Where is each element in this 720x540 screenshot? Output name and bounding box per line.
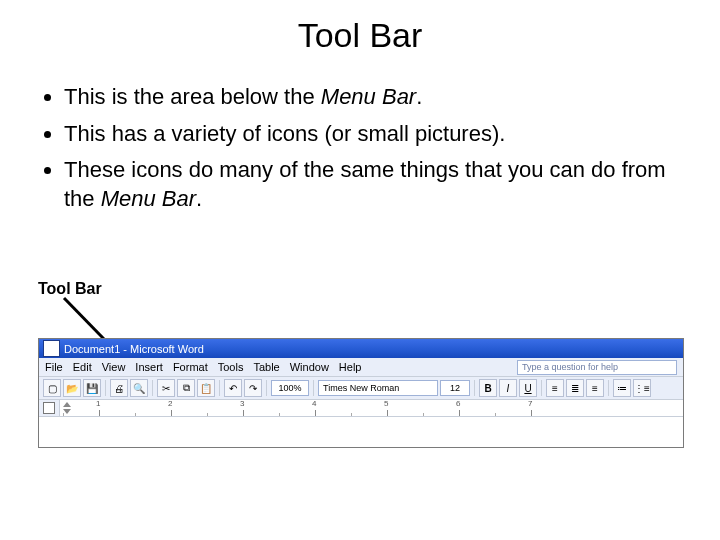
separator — [608, 380, 609, 396]
ruler-tab-selector[interactable] — [39, 400, 60, 416]
separator — [105, 380, 106, 396]
separator — [266, 380, 267, 396]
bullet-item: These icons do many of the same things t… — [64, 156, 684, 213]
toolbar-callout-label: Tool Bar — [38, 280, 102, 298]
new-doc-icon[interactable]: ▢ — [43, 379, 61, 397]
font-size-select[interactable]: 12 — [440, 380, 470, 396]
menu-insert[interactable]: Insert — [135, 361, 163, 373]
menu-view[interactable]: View — [102, 361, 126, 373]
word-window: Document1 - Microsoft Word File Edit Vie… — [38, 338, 684, 448]
italic-button[interactable]: I — [499, 379, 517, 397]
undo-icon[interactable]: ↶ — [224, 379, 242, 397]
word-titlebar: Document1 - Microsoft Word — [39, 339, 683, 358]
first-line-indent-icon[interactable] — [63, 402, 71, 407]
menu-tools[interactable]: Tools — [218, 361, 244, 373]
menu-window[interactable]: Window — [290, 361, 329, 373]
menu-format[interactable]: Format — [173, 361, 208, 373]
menu-help[interactable]: Help — [339, 361, 362, 373]
print-preview-icon[interactable]: 🔍 — [130, 379, 148, 397]
align-center-icon[interactable]: ≣ — [566, 379, 584, 397]
redo-icon[interactable]: ↷ — [244, 379, 262, 397]
menu-file[interactable]: File — [45, 361, 63, 373]
font-select[interactable]: Times New Roman — [318, 380, 438, 396]
separator — [219, 380, 220, 396]
save-icon[interactable]: 💾 — [83, 379, 101, 397]
bold-button[interactable]: B — [479, 379, 497, 397]
bulleted-list-icon[interactable]: ⋮≡ — [633, 379, 651, 397]
help-search-input[interactable]: Type a question for help — [517, 360, 677, 375]
slide-title: Tool Bar — [0, 0, 720, 55]
align-left-icon[interactable]: ≡ — [546, 379, 564, 397]
separator — [474, 380, 475, 396]
word-app-icon — [43, 340, 60, 357]
open-icon[interactable]: 📂 — [63, 379, 81, 397]
separator — [541, 380, 542, 396]
bullet-list: This is the area below the Menu Bar. Thi… — [40, 83, 684, 213]
word-menubar: File Edit View Insert Format Tools Table… — [39, 358, 683, 377]
word-document-area[interactable] — [39, 417, 683, 447]
bullet-item: This is the area below the Menu Bar. — [64, 83, 684, 112]
separator — [152, 380, 153, 396]
paste-icon[interactable]: 📋 — [197, 379, 215, 397]
print-icon[interactable]: 🖨 — [110, 379, 128, 397]
cut-icon[interactable]: ✂ — [157, 379, 175, 397]
word-title-text: Document1 - Microsoft Word — [64, 343, 204, 355]
menu-edit[interactable]: Edit — [73, 361, 92, 373]
zoom-select[interactable]: 100% — [271, 380, 309, 396]
copy-icon[interactable]: ⧉ — [177, 379, 195, 397]
menu-table[interactable]: Table — [253, 361, 279, 373]
word-ruler: 1 2 3 4 5 6 7 — [39, 400, 683, 417]
word-toolbar: ▢ 📂 💾 🖨 🔍 ✂ ⧉ 📋 ↶ ↷ 100% Times New Roman… — [39, 377, 683, 400]
numbered-list-icon[interactable]: ≔ — [613, 379, 631, 397]
separator — [313, 380, 314, 396]
hanging-indent-icon[interactable] — [63, 409, 71, 414]
align-right-icon[interactable]: ≡ — [586, 379, 604, 397]
bullet-item: This has a variety of icons (or small pi… — [64, 120, 684, 149]
underline-button[interactable]: U — [519, 379, 537, 397]
